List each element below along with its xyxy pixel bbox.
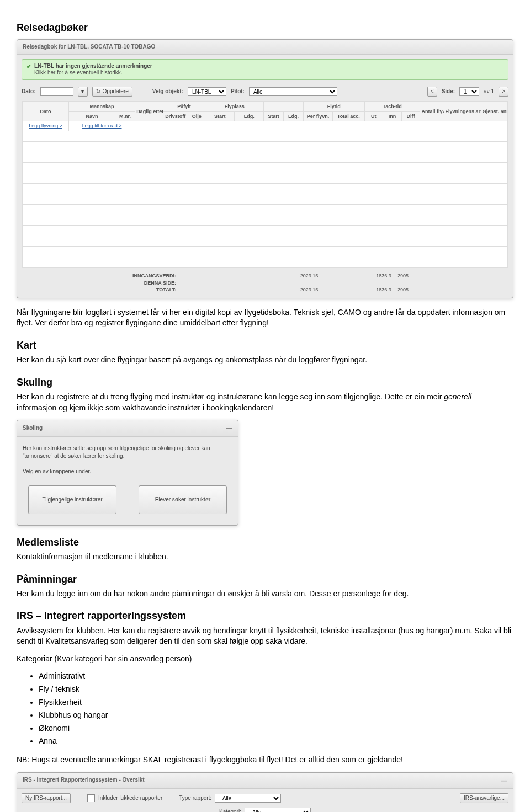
refresh-icon: ↻ [96,88,100,95]
section-title-kart: Kart [17,339,513,352]
inkluder-lukkede-checkbox[interactable] [87,794,95,802]
medlemsliste-body: Kontaktinformasjon til medlemane i klubb… [17,552,513,563]
type-rapport-label: Type rapport: [179,794,211,802]
col-tachtid: Tach-tid [364,102,420,112]
col-empty1 [264,102,304,112]
sub-navn: Navn [69,111,115,121]
skoling-desc1: Her kan instruktører sette seg opp som t… [23,445,232,460]
reisedagbok-toolbar: Dato: ▾ ↻ Oppdatere Velg objekt: LN-TBL … [17,84,513,101]
reisedagboker-body: Når flygningane blir loggført i systemet… [17,307,513,329]
irs-ansvarlige-button[interactable]: IRS-ansvarlige... [460,793,508,803]
av-label: av 1 [484,88,494,95]
totals-inngang-label: INNGANGSVERDI: [22,273,179,280]
flight-grid: Dato Mannskap Daglig ettersyn Påfylt Fly… [22,101,508,268]
skuling-post: informasjon og kjem ikkje som vakthavand… [17,403,274,412]
section-title-paminningar: Påminningar [17,573,513,586]
totals-totalt-flytid: 2023:15 [295,286,323,293]
minimize-icon[interactable]: — [226,424,232,433]
sub-ldg1: Ldg. [235,111,264,121]
section-title-medlemsliste: Medlemsliste [17,536,513,549]
section-title-reisedagboker: Reisedagbøker [17,21,513,35]
skoling-header: Skoling [23,424,43,432]
list-item: Klubbhus og hangar [39,710,513,721]
inkluder-lukkede-label: Inkluder lukkede rapporter [98,794,162,802]
irs-panel-header: IRS - Integrert Rapporteringssystem - Ov… [23,776,145,786]
paminningar-body: Her kan du legge inn om du har nokon and… [17,589,513,600]
dato-input[interactable] [40,87,73,96]
reisedagbok-panel: Reisedagbok for LN-TBL. SOCATA TB-10 TOB… [17,39,513,298]
sub-drivstoff: Drivstoff [163,111,188,121]
kategori-select[interactable]: - Alle - [245,808,311,812]
sub-start1: Start [205,111,235,121]
irs-categories-list: Administrativt Fly / teknisk Flysikkerhe… [39,671,513,747]
side-select[interactable]: 1 [459,87,479,96]
irs-nb: NB: Hugs at eventuelle anmerkingar SKAL … [17,755,513,766]
irs-categories-intro: Kategoriar (Kvar kategori har sin ansvar… [17,654,513,665]
skuling-body: Her kan du registrere at du treng flygin… [17,392,513,413]
sub-start2: Start [264,111,284,121]
minimize-icon[interactable]: — [501,776,507,786]
velg-objekt-select[interactable]: LN-TBL [188,87,226,96]
sub-inn: Inn [383,111,402,121]
list-item: Administrativt [39,671,513,682]
list-item: Flysikkerheit [39,697,513,708]
status-banner[interactable]: ✔ LN-TBL har ingen gjenstående anmerknin… [22,59,508,80]
col-flyplass: Flyplass [205,102,264,112]
totals-block: INNGANGSVERDI: 2023:15 1836.3 2905 DENNA… [17,270,513,298]
oppdatere-button[interactable]: ↻ Oppdatere [92,87,132,97]
prev-page-button[interactable]: < [427,87,437,97]
kart-body: Her kan du sjå kart over dine flygingar … [17,355,513,366]
banner-line1: LN-TBL har ingen gjenstående anmerkninge… [34,63,152,70]
totals-inngang-flytid: 2023:15 [295,273,323,280]
col-ettersyn: Daglig ettersyn [135,102,163,121]
sub-perflyvn: Per flyvn. [304,111,333,121]
col-dato: Dato [23,102,69,121]
pilot-label: Pilot: [231,88,245,95]
tilgjengelige-instruktorer-button[interactable]: Tilgjengelige instruktører [28,485,116,514]
totals-totalt-tach: 1836.3 [373,286,395,293]
skoling-panel: Skoling — Her kan instruktører sette seg… [17,420,239,526]
next-page-button[interactable]: > [499,87,508,97]
side-label: Side: [442,88,455,95]
totals-inngang-tach: 1836.3 [373,273,395,280]
ny-irs-rapport-button[interactable]: Ny IRS-rapport... [22,793,71,803]
velg-objekt-label: Velg objekt: [152,88,183,95]
irs-nb-pre: NB: Hugs at eventuelle anmerkingar SKAL … [17,755,309,764]
elever-soker-instruktor-button[interactable]: Elever søker instruktør [139,485,227,514]
sub-mnr: M.nr. [115,111,135,121]
sub-totalacc: Total acc. [332,111,364,121]
col-mannskap: Mannskap [69,102,135,112]
sub-olje: Olje [188,111,205,121]
skuling-pre: Her kan du registrere at du treng flygin… [17,392,444,401]
col-gjenst: Gjenst. anm. [481,102,507,121]
irs-body: Avvikssystem for klubben. Her kan du reg… [17,626,513,647]
section-title-irs: IRS – Integrert rapporteringssystem [17,609,513,623]
list-item: Fly / teknisk [39,684,513,695]
oppdatere-label: Oppdatere [103,88,129,95]
list-item: Anna [39,736,513,747]
sub-diff: Diff [401,111,420,121]
col-antall: Antall flyvn. [420,102,444,121]
kategori-label: Kategori: [219,808,241,812]
add-flight-link[interactable]: Legg flyvning > [23,121,69,131]
totals-totalt-label: TOTALT: [22,286,179,293]
col-pafylt: Påfylt [163,102,205,112]
irs-nb-underline: alltid [309,755,325,764]
skoling-desc2: Velg en av knappene under. [23,468,232,476]
list-item: Økonomi [39,723,513,734]
section-title-skuling: Skuling [17,376,513,389]
banner-line2: Klikk her for å se eventuell historikk. [34,70,152,76]
col-art: Flyvningens art [444,102,481,121]
reisedagbok-panel-header: Reisedagbok for LN-TBL. SOCATA TB-10 TOB… [17,40,513,55]
pilot-select[interactable]: Alle [249,87,337,96]
irs-nb-post: den som er gjeldande! [324,755,402,764]
calendar-icon[interactable]: ▾ [78,87,88,97]
totals-totalt-ant: 2905 [395,286,411,293]
col-flytid: Flytid [304,102,364,112]
check-icon: ✔ [26,63,31,71]
type-rapport-select[interactable]: - Alle - [215,794,281,803]
totals-inngang-ant: 2905 [395,273,411,280]
add-empty-row-link[interactable]: Legg till tom rad > [69,121,135,131]
totals-side-label: DENNA SIDE: [22,280,179,287]
irs-panel: IRS - Integrert Rapporteringssystem - Ov… [17,772,513,812]
